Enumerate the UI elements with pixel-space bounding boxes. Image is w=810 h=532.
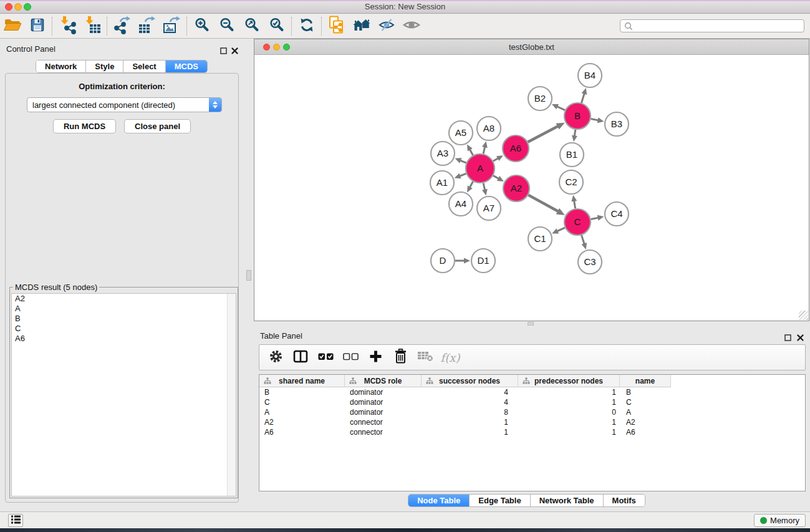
close-panel-icon[interactable] [231, 46, 238, 57]
table-cell[interactable]: A2 [259, 418, 345, 427]
zoom-in-button[interactable] [190, 16, 215, 37]
table-cell[interactable]: 4 [422, 398, 518, 407]
search-input[interactable] [634, 21, 804, 31]
mcds-result-item[interactable]: C [12, 324, 236, 334]
table-cell[interactable]: A2 [620, 418, 671, 427]
table-row[interactable]: Adominator80A [259, 407, 805, 417]
table-cell[interactable]: C [259, 398, 345, 407]
export-table-button[interactable] [135, 16, 160, 37]
table-cell[interactable]: 1 [422, 418, 518, 427]
table-cell[interactable]: 1 [518, 398, 620, 407]
export-network-button[interactable] [110, 16, 135, 37]
graph-edge-A6-B[interactable] [528, 126, 558, 142]
table-cell[interactable]: dominator [345, 408, 422, 417]
table-cell[interactable]: A6 [259, 428, 345, 437]
save-session-button[interactable] [25, 16, 50, 37]
task-history-button[interactable] [8, 514, 23, 527]
export-image-button[interactable] [160, 16, 185, 37]
tab-network[interactable]: Network [36, 60, 85, 72]
table-cell[interactable]: dominator [345, 398, 422, 407]
table-cell[interactable]: A6 [620, 428, 671, 437]
table-row[interactable]: A6connector11A6 [259, 427, 805, 437]
mcds-result-item[interactable]: A2 [12, 294, 236, 304]
table-cell[interactable]: 1 [518, 428, 620, 437]
tab-node-table[interactable]: Node Table [408, 495, 469, 506]
mcds-result-list[interactable]: A2ABCA6 [11, 293, 236, 496]
table-cell[interactable]: 0 [518, 408, 620, 417]
close-table-panel-icon[interactable] [797, 332, 804, 344]
table-cell[interactable]: 4 [422, 388, 518, 397]
import-table-button[interactable] [80, 16, 105, 37]
table-cell[interactable]: connector [345, 418, 422, 427]
table-cell[interactable]: 8 [422, 408, 518, 417]
memory-button[interactable]: Memory [754, 514, 806, 527]
graph-edge-B-B4[interactable] [581, 93, 584, 103]
float-table-panel-icon[interactable] [784, 332, 791, 344]
table-cell[interactable]: 1 [422, 428, 518, 437]
show-all-button[interactable] [399, 16, 424, 37]
mcds-result-item[interactable]: B [12, 314, 236, 324]
table-cell[interactable]: 1 [518, 388, 620, 397]
column-header-predecessor-nodes[interactable]: predecessor nodes [518, 375, 620, 387]
table-cell[interactable]: A [259, 408, 345, 417]
hide-selected-button[interactable] [374, 16, 399, 37]
new-network-from-selection-button[interactable] [324, 16, 349, 37]
zoom-selected-button[interactable] [264, 16, 289, 37]
table-row[interactable]: Bdominator41B [259, 387, 805, 397]
horizontal-splitter[interactable] [243, 321, 810, 326]
close-panel-button[interactable]: Close panel [124, 119, 191, 133]
table-cell[interactable]: dominator [345, 388, 422, 397]
tab-style[interactable]: Style [85, 60, 123, 72]
first-neighbors-button[interactable] [349, 16, 374, 37]
tab-motifs[interactable]: Motifs [603, 495, 645, 506]
apply-layout-button[interactable] [294, 16, 319, 37]
vertical-splitter-grip[interactable] [246, 270, 251, 281]
table-cell[interactable]: 1 [518, 418, 620, 427]
table-cell[interactable]: B [259, 388, 345, 397]
function-builder-button[interactable]: f(x) [441, 348, 459, 367]
mcds-result-item[interactable]: A6 [12, 334, 236, 344]
tab-select[interactable]: Select [123, 60, 165, 72]
graph-edge-C-C1[interactable] [556, 228, 564, 231]
network-graph[interactable]: AA1A2A3A4A5A6A7A8BB1B2B3B4CC1C2C3C4DD1 [254, 55, 809, 321]
run-mcds-button[interactable]: Run MCDS [53, 119, 116, 133]
column-header-name[interactable]: name [620, 375, 671, 387]
tab-network-table[interactable]: Network Table [530, 495, 603, 506]
table-cell[interactable]: A [620, 408, 671, 417]
graph-node-label-A2: A2 [511, 183, 522, 193]
network-canvas[interactable]: AA1A2A3A4A5A6A7A8BB1B2B3B4CC1C2C3C4DD1 [254, 55, 809, 321]
column-header-shared-name[interactable]: shared name [259, 375, 345, 387]
table-row[interactable]: A2connector11A2 [259, 417, 805, 427]
delete-column-button[interactable] [392, 348, 409, 367]
create-column-button[interactable] [367, 348, 384, 367]
delete-table-button[interactable] [417, 348, 434, 367]
tab-edge-table[interactable]: Edge Table [469, 495, 529, 506]
table-row[interactable]: Cdominator41C [259, 397, 805, 407]
graph-edge-A2-C[interactable] [528, 195, 559, 212]
table-cell[interactable]: connector [345, 428, 422, 437]
toolbar-separator [186, 17, 188, 36]
show-column-button[interactable] [292, 348, 309, 367]
mcds-result-item[interactable]: A [12, 304, 236, 314]
deselect-all-rows-button[interactable] [342, 348, 359, 367]
zoom-fit-button[interactable] [239, 16, 264, 37]
network-window-titlebar[interactable]: testGlobe.txt [254, 39, 809, 55]
select-all-rows-button[interactable] [317, 348, 334, 367]
search-field[interactable] [620, 19, 804, 32]
float-panel-icon[interactable] [220, 46, 227, 57]
mcds-list-scrollbar[interactable] [227, 294, 236, 496]
zoom-out-button[interactable] [215, 16, 239, 37]
table-cell[interactable]: C [620, 398, 671, 407]
table-options-button[interactable] [267, 348, 284, 367]
table-cell[interactable]: B [620, 388, 671, 397]
open-session-button[interactable] [0, 16, 25, 37]
column-header-MCDS-role[interactable]: MCDS role [345, 375, 422, 387]
tab-mcds[interactable]: MCDS [165, 60, 207, 72]
column-header-successor-nodes[interactable]: successor nodes [422, 375, 518, 387]
import-network-button[interactable] [55, 16, 80, 37]
graph-edge-B-B2[interactable] [556, 106, 565, 110]
window-resize-grip[interactable] [799, 311, 808, 320]
graph-edge-C-C3[interactable] [582, 235, 585, 244]
graph-edge-C-C2[interactable] [574, 200, 575, 209]
criterion-dropdown[interactable]: largest connected component (directed) [27, 97, 222, 112]
